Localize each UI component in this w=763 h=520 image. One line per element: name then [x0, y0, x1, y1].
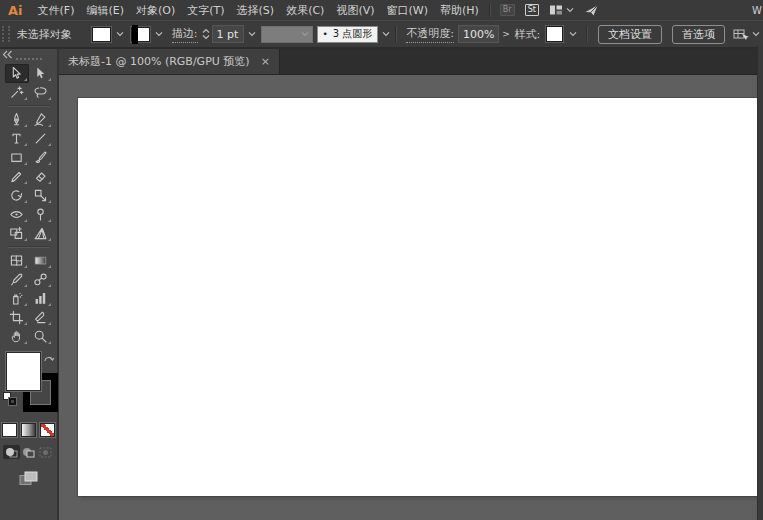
- panel-grip[interactable]: [2, 26, 10, 42]
- draw-inside-icon[interactable]: [37, 445, 54, 459]
- pasteboard[interactable]: [59, 75, 763, 520]
- document-area: 未标题-1 @ 100% (RGB/GPU 预览) ×: [59, 49, 763, 520]
- menu-item-1[interactable]: 编辑(E): [81, 3, 129, 18]
- tool-zoom-tool[interactable]: [29, 327, 53, 346]
- brush-dot-icon: •: [322, 29, 327, 39]
- none-swatch-button[interactable]: [40, 423, 55, 437]
- stroke-color-dropdown[interactable]: [131, 27, 166, 42]
- selection-tool-icon: [9, 66, 24, 81]
- stroke-swatch[interactable]: [131, 27, 150, 42]
- menu-item-3[interactable]: 文字(T): [182, 3, 229, 18]
- tool-direct-selection-tool[interactable]: [29, 64, 53, 83]
- workspace-switcher-icon[interactable]: [549, 4, 574, 16]
- line-segment-icon: [33, 131, 48, 146]
- panel-dock-edge[interactable]: [757, 46, 763, 520]
- panel-drag-handle[interactable]: [16, 58, 42, 60]
- fill-swatch[interactable]: [92, 27, 111, 42]
- drawing-modes: [3, 445, 54, 459]
- tool-rotate-tool[interactable]: [5, 186, 29, 205]
- fill-color-proxy[interactable]: [6, 352, 41, 391]
- artboard-tool-icon: [9, 310, 24, 325]
- tool-curvature-tool[interactable]: [29, 110, 53, 129]
- shaper-pencil-icon: [9, 169, 24, 184]
- tool-puppet-warp[interactable]: [29, 205, 53, 224]
- menu-item-8[interactable]: 帮助(H): [435, 3, 484, 18]
- menu-item-5[interactable]: 效果(C): [281, 3, 329, 18]
- opacity-expand-button[interactable]: >: [501, 26, 510, 42]
- stroke-weight-input[interactable]: 1 pt: [212, 25, 245, 43]
- screen-mode-icon[interactable]: [19, 471, 38, 486]
- menu-item-0[interactable]: 文件(F): [33, 3, 80, 18]
- tool-symbol-sprayer[interactable]: [5, 289, 29, 308]
- style-dropdown[interactable]: [546, 26, 579, 42]
- draw-behind-icon[interactable]: [20, 445, 37, 459]
- tool-artboard-tool[interactable]: [5, 308, 29, 327]
- document-tab[interactable]: 未标题-1 @ 100% (RGB/GPU 预览) ×: [59, 49, 280, 74]
- stroke-weight-stepper[interactable]: [202, 28, 210, 40]
- magic-wand-icon: [9, 85, 24, 100]
- tool-mesh-tool[interactable]: [5, 251, 29, 270]
- slice-tool-icon: [33, 310, 48, 325]
- tool-blend-tool[interactable]: [29, 270, 53, 289]
- gradient-swatch-button[interactable]: [21, 423, 36, 437]
- bridge-icon[interactable]: Br: [500, 4, 515, 16]
- lasso-icon: [33, 85, 48, 100]
- tool-width-tool[interactable]: [5, 205, 29, 224]
- tool-magic-wand[interactable]: [5, 83, 29, 102]
- menu-item-4[interactable]: 选择(S): [232, 3, 280, 18]
- tool-type-tool[interactable]: [5, 129, 29, 148]
- close-tab-icon[interactable]: ×: [261, 56, 270, 67]
- tool-gradient-tool[interactable]: [29, 251, 53, 270]
- tool-scale-tool[interactable]: [29, 186, 53, 205]
- chevron-down-icon: [752, 31, 760, 37]
- stock-icon[interactable]: St: [525, 4, 539, 16]
- menu-item-2[interactable]: 对象(O): [131, 3, 180, 18]
- tool-paintbrush[interactable]: [29, 148, 53, 167]
- artboard-canvas[interactable]: [78, 98, 758, 496]
- menu-item-7[interactable]: 窗口(W): [382, 3, 433, 18]
- tool-line-segment[interactable]: [29, 129, 53, 148]
- illustrator-window: Ai 文件(F)编辑(E)对象(O)文字(T)选择(S)效果(C)视图(V)窗口…: [0, 0, 763, 520]
- collapse-panel-icon[interactable]: [2, 50, 13, 59]
- default-fill-stroke-icon[interactable]: [3, 392, 16, 405]
- column-graph-icon: [33, 291, 48, 306]
- chevron-down-icon[interactable]: [566, 27, 579, 42]
- align-options-dropdown[interactable]: [733, 28, 760, 41]
- tool-eraser[interactable]: [29, 167, 53, 186]
- fill-color-dropdown[interactable]: [92, 27, 127, 42]
- color-swatch-button[interactable]: [2, 423, 17, 437]
- tool-eyedropper[interactable]: [5, 270, 29, 289]
- menu-item-6[interactable]: 视图(V): [331, 3, 379, 18]
- opacity-panel-link[interactable]: 不透明度:: [406, 26, 454, 43]
- hand-tool-icon: [9, 329, 24, 344]
- swap-fill-stroke-icon[interactable]: [43, 353, 55, 363]
- tool-lasso[interactable]: [29, 83, 53, 102]
- chevron-down-icon[interactable]: [153, 27, 166, 42]
- tool-shaper-pencil[interactable]: [5, 167, 29, 186]
- opacity-input[interactable]: 100%: [458, 25, 499, 43]
- style-label[interactable]: 样式:: [515, 27, 541, 42]
- tool-perspective-grid[interactable]: [29, 224, 53, 243]
- rectangle-tool-icon: [9, 150, 24, 165]
- tool-pen-tool[interactable]: [5, 110, 29, 129]
- tool-rectangle-tool[interactable]: [5, 148, 29, 167]
- brush-definition-chevron[interactable]: [381, 27, 391, 42]
- tool-column-graph[interactable]: [29, 289, 53, 308]
- tool-shape-builder[interactable]: [5, 224, 29, 243]
- chevron-down-icon[interactable]: [114, 27, 127, 42]
- curvature-tool-icon: [33, 112, 48, 127]
- style-swatch[interactable]: [546, 26, 563, 42]
- stroke-panel-link[interactable]: 描边:: [172, 26, 198, 43]
- brush-definition-dropdown[interactable]: • 3 点圆形: [317, 26, 377, 43]
- draw-normal-icon[interactable]: [3, 445, 20, 459]
- stroke-weight-dropdown[interactable]: [247, 27, 257, 42]
- preferences-button[interactable]: 首选项: [672, 25, 725, 44]
- pen-tool-icon: [9, 112, 24, 127]
- width-profile-dropdown: [261, 26, 313, 43]
- tool-selection-tool[interactable]: [5, 64, 29, 83]
- tool-hand-tool[interactable]: [5, 327, 29, 346]
- tool-slice-tool[interactable]: [29, 308, 53, 327]
- share-icon[interactable]: [584, 4, 599, 17]
- controlbar-separator: [586, 26, 588, 42]
- document-setup-button[interactable]: 文档设置: [598, 25, 662, 44]
